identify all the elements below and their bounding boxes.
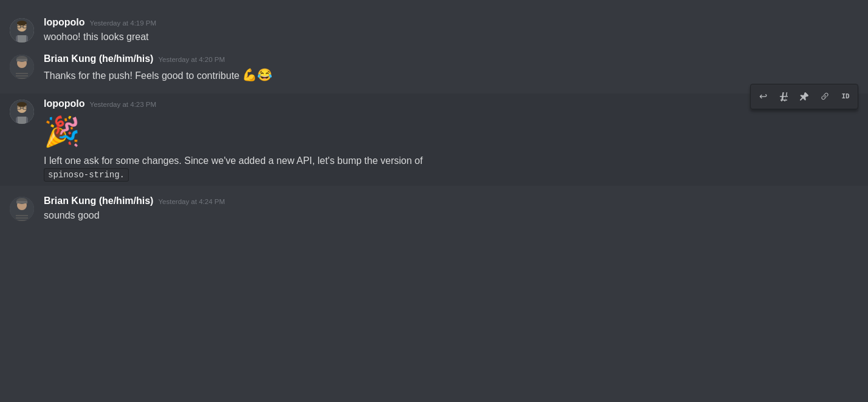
message-group-4: Brian Kung (he/him/his) Yesterday at 4:2… xyxy=(0,191,868,227)
brian-avatar-1 xyxy=(10,55,34,79)
link-button[interactable] xyxy=(815,87,835,106)
muscle-emoji: 💪 xyxy=(242,68,257,81)
messages-container: lopopolo Yesterday at 4:19 PM woohoo! th… xyxy=(0,0,868,239)
timestamp-4: Yesterday at 4:24 PM xyxy=(158,198,225,205)
svg-rect-29 xyxy=(16,215,28,216)
message-text-4: sounds good xyxy=(44,209,858,222)
timestamp-2: Yesterday at 4:20 PM xyxy=(158,56,225,63)
message-content-4: Brian Kung (he/him/his) Yesterday at 4:2… xyxy=(44,196,858,222)
timestamp-1: Yesterday at 4:19 PM xyxy=(90,19,157,27)
svg-rect-14 xyxy=(16,75,28,77)
username-brian-1: Brian Kung (he/him/his) xyxy=(44,53,153,64)
message-toolbar: ↩ ID xyxy=(750,84,858,109)
code-snippet: spinoso-string. xyxy=(44,168,129,182)
username-lopopolo-3: lopopolo xyxy=(44,98,85,109)
message-text-2: Thanks for the push! Feels good to contr… xyxy=(44,67,858,84)
message-body-3: I left one ask for some changes. Since w… xyxy=(44,155,422,166)
lopopolo-avatar-3 xyxy=(10,100,34,124)
svg-point-5 xyxy=(17,21,27,26)
message-header-4: Brian Kung (he/him/his) Yesterday at 4:2… xyxy=(44,196,858,206)
username-lopopolo-1: lopopolo xyxy=(44,17,85,28)
message-header-2: Brian Kung (he/him/his) Yesterday at 4:2… xyxy=(44,53,858,64)
message-group: lopopolo Yesterday at 4:19 PM woohoo! th… xyxy=(0,12,868,49)
message-text-3: 🎉 I left one ask for some changes. Since… xyxy=(44,112,858,181)
hashtag-button[interactable] xyxy=(774,87,793,106)
message-content-3: lopopolo Yesterday at 4:23 PM 🎉 I left o… xyxy=(44,98,858,181)
reply-button[interactable]: ↩ xyxy=(753,87,773,106)
message-group-2: Brian Kung (he/him/his) Yesterday at 4:2… xyxy=(0,49,868,89)
svg-rect-7 xyxy=(18,35,26,43)
timestamp-3: Yesterday at 4:23 PM xyxy=(90,101,157,108)
message-content-1: lopopolo Yesterday at 4:19 PM woohoo! th… xyxy=(44,17,858,44)
message-group-3: ↩ ID xyxy=(0,94,868,186)
svg-rect-23 xyxy=(18,117,26,124)
message-header-3: lopopolo Yesterday at 4:23 PM xyxy=(44,98,858,109)
message-content-2: Brian Kung (he/him/his) Yesterday at 4:2… xyxy=(44,53,858,84)
lopopolo-avatar-1 xyxy=(10,18,34,43)
svg-rect-15 xyxy=(16,78,28,79)
svg-rect-30 xyxy=(16,217,28,219)
svg-rect-11 xyxy=(16,59,27,61)
pin-button[interactable] xyxy=(794,87,814,106)
username-brian-2: Brian Kung (he/him/his) xyxy=(44,196,153,206)
id-button[interactable]: ID xyxy=(836,87,855,106)
party-popper-emoji: 🎉 xyxy=(44,112,858,152)
message-header-1: lopopolo Yesterday at 4:19 PM xyxy=(44,17,858,28)
svg-rect-27 xyxy=(16,201,27,203)
svg-rect-13 xyxy=(16,73,28,74)
svg-rect-31 xyxy=(16,220,28,221)
laugh-emoji: 😂 xyxy=(257,68,272,81)
svg-point-21 xyxy=(17,102,27,107)
message-text-1: woohoo! this looks great xyxy=(44,30,858,44)
brian-avatar-2 xyxy=(10,197,34,221)
